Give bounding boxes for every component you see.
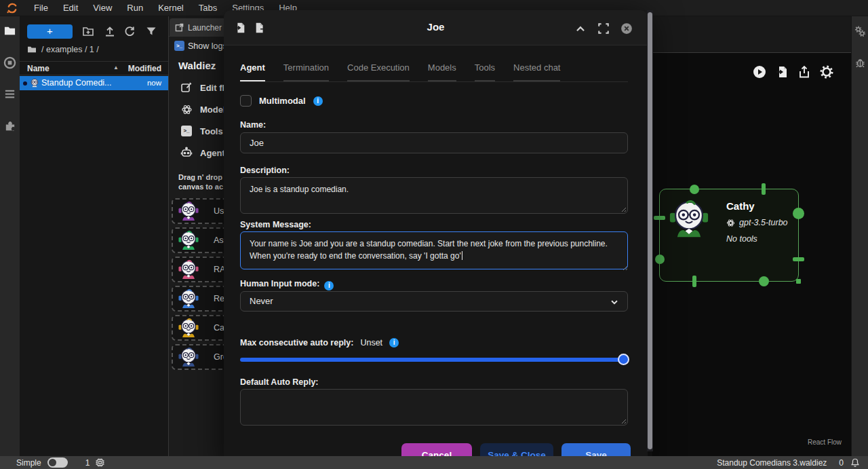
- node-model-row: gpt-3.5-turbo: [726, 218, 788, 227]
- max-auto-reply-slider[interactable]: [240, 358, 628, 362]
- filter-icon[interactable]: [145, 25, 157, 37]
- human-input-info-icon[interactable]: i: [324, 281, 334, 290]
- file-row-selected[interactable]: Standup Comedi... now: [20, 76, 168, 90]
- breadcrumb-path: / examples / 1 /: [41, 45, 99, 54]
- refresh-icon[interactable]: [123, 25, 136, 37]
- resize-corner-handle[interactable]: [796, 279, 801, 284]
- human-input-mode-select[interactable]: Never: [240, 291, 628, 312]
- node-model-label: gpt-3.5-turbo: [739, 218, 788, 227]
- new-folder-icon[interactable]: [82, 25, 94, 37]
- convert-file-icon[interactable]: [775, 65, 789, 79]
- tab-code-execution[interactable]: Code Execution: [347, 62, 410, 81]
- right-sidebar: [851, 16, 868, 456]
- column-name[interactable]: Name: [27, 64, 50, 73]
- debugger-bug-icon[interactable]: [854, 57, 866, 69]
- robot-avatar-icon: [178, 201, 199, 221]
- nav-label: Tools: [200, 126, 223, 136]
- close-icon[interactable]: [620, 22, 633, 35]
- name-input[interactable]: [240, 132, 628, 153]
- flow-canvas[interactable]: Cathy gpt-3.5-turbo No tools React Flow: [652, 16, 851, 456]
- handle-left-source[interactable]: [655, 255, 665, 264]
- handle-top-source[interactable]: [690, 185, 699, 194]
- agent-edit-modal: Joe AgentTerminationCode ExecutionModels…: [224, 10, 648, 469]
- modal-tabs: AgentTerminationCode ExecutionModelsTool…: [240, 62, 628, 82]
- breadcrumb[interactable]: / examples / 1 /: [27, 43, 99, 56]
- sort-ascending-icon[interactable]: ▲: [113, 64, 119, 71]
- settings-gear-icon[interactable]: [820, 65, 833, 79]
- modal-scrollbar-thumb[interactable]: [648, 12, 652, 449]
- menu-tabs[interactable]: Tabs: [191, 0, 224, 16]
- fullscreen-icon[interactable]: [597, 22, 610, 35]
- multimodal-checkbox[interactable]: [240, 95, 252, 107]
- resize-grip-icon[interactable]: [620, 206, 626, 212]
- description-textarea[interactable]: Joe is a standup comedian.: [240, 177, 628, 214]
- file-modified: now: [147, 79, 161, 87]
- menu-kernel[interactable]: Kernel: [151, 0, 191, 16]
- chevron-down-icon: [610, 297, 619, 307]
- property-inspector-gears-icon[interactable]: [854, 26, 866, 37]
- waldiez-logo-icon: [6, 2, 18, 14]
- tab-nested-chat[interactable]: Nested chat: [513, 62, 560, 81]
- name-label: Name:: [240, 120, 266, 130]
- handle-right-target[interactable]: [793, 257, 804, 261]
- notifications-bell-icon[interactable]: [850, 457, 860, 468]
- handle-right-source[interactable]: [793, 208, 804, 219]
- multimodal-label: Multimodal: [259, 96, 306, 106]
- column-modified[interactable]: Modified: [128, 64, 161, 73]
- agent-node-cathy[interactable]: Cathy gpt-3.5-turbo No tools: [659, 189, 799, 282]
- nav-tools[interactable]: >_Tools: [180, 124, 223, 138]
- status-left: Simple 1: [16, 456, 105, 469]
- drag-hint: Drag n' drop canvas to ac: [178, 172, 223, 191]
- mode-toggle[interactable]: [47, 457, 68, 468]
- menu-run[interactable]: Run: [119, 0, 151, 16]
- agents-icon: [180, 146, 193, 160]
- show-logs-button[interactable]: >_ Show logs: [174, 41, 227, 51]
- canvas-tab-strip: [652, 16, 851, 53]
- node-title: Cathy: [726, 200, 755, 212]
- collapse-chevron-icon[interactable]: [574, 23, 587, 35]
- reactflow-attribution[interactable]: React Flow: [808, 438, 842, 446]
- status-right: Standup Comedians 3.waldiez 0: [717, 456, 860, 469]
- export-share-icon[interactable]: [797, 65, 811, 79]
- nav-agents[interactable]: Agents: [180, 146, 230, 160]
- new-launcher-button[interactable]: +: [27, 24, 73, 39]
- system-message-textarea[interactable]: Your name is Joe and you are a standup c…: [240, 231, 628, 269]
- openai-model-icon: [726, 219, 735, 227]
- nav-models[interactable]: Models: [180, 102, 231, 116]
- handle-top-target[interactable]: [762, 183, 766, 195]
- node-tools-label: No tools: [726, 234, 757, 244]
- run-flow-icon[interactable]: [753, 65, 766, 79]
- extensions-puzzle-icon[interactable]: [3, 119, 16, 132]
- upload-icon[interactable]: [104, 25, 116, 37]
- kernel-chip-icon[interactable]: [95, 457, 105, 468]
- multimodal-row: Multimodal i: [240, 95, 323, 107]
- activity-bar: [0, 16, 20, 456]
- file-browser-icon[interactable]: [3, 24, 16, 37]
- max-auto-reply-info-icon[interactable]: i: [389, 338, 399, 348]
- robot-avatar-icon: [178, 347, 199, 367]
- toggle-knob: [49, 459, 56, 466]
- default-auto-reply-textarea[interactable]: [240, 389, 628, 426]
- max-auto-reply-label: Max consecutive auto reply:: [240, 338, 353, 348]
- handle-bottom-source[interactable]: [759, 276, 769, 286]
- tab-agent[interactable]: Agent: [240, 62, 265, 81]
- slider-thumb[interactable]: [618, 354, 629, 365]
- tab-models[interactable]: Models: [428, 62, 456, 81]
- running-kernels-icon[interactable]: [3, 56, 16, 69]
- robot-avatar-icon: [178, 288, 199, 309]
- launcher-icon: [175, 23, 184, 32]
- handle-bottom-target[interactable]: [692, 276, 696, 287]
- tab-termination[interactable]: Termination: [283, 62, 329, 81]
- multimodal-info-icon[interactable]: i: [313, 96, 323, 106]
- menu-file[interactable]: File: [26, 0, 56, 16]
- menu-view[interactable]: View: [85, 0, 119, 16]
- menu-edit[interactable]: Edit: [56, 0, 85, 16]
- resize-grip-icon[interactable]: [620, 417, 626, 424]
- table-of-contents-icon[interactable]: [3, 88, 16, 100]
- file-name: Standup Comedi...: [41, 78, 112, 88]
- tab-tools[interactable]: Tools: [475, 62, 495, 81]
- notification-count: 0: [839, 458, 844, 468]
- default-auto-reply-label: Default Auto Reply:: [240, 377, 319, 387]
- robot-avatar-icon: [178, 230, 199, 250]
- handle-left-target[interactable]: [654, 216, 665, 220]
